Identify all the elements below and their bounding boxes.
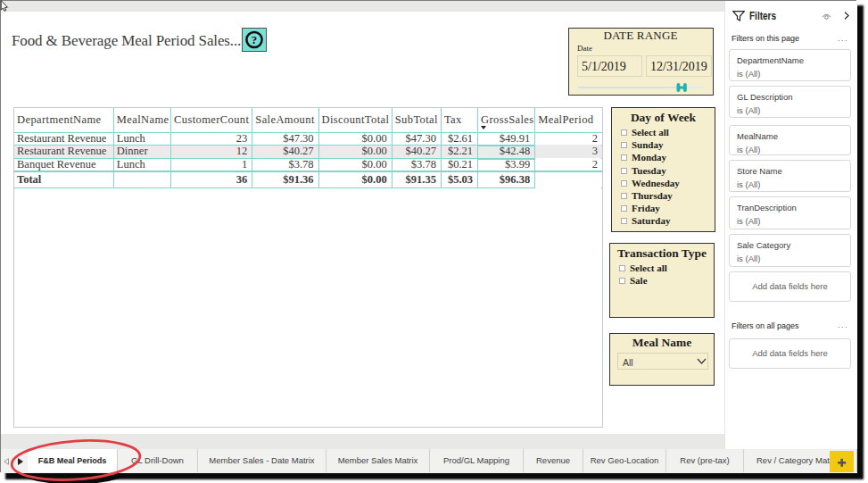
svg-text:?: ? <box>252 33 258 46</box>
